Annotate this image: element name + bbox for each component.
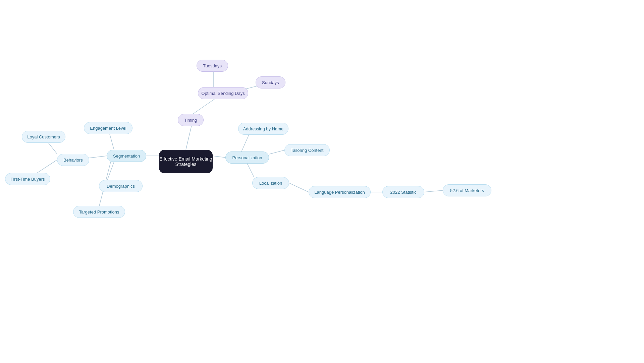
optimal-sending-days-node: Optimal Sending Days	[198, 87, 248, 99]
personalization-node: Personalization	[225, 152, 269, 164]
center-node: Effective Email Marketing Strategies	[159, 150, 213, 173]
svg-line-15	[289, 183, 309, 192]
svg-line-14	[247, 164, 254, 177]
statistic-2022-node: 2022 Statistic	[382, 186, 424, 198]
timing-node: Timing	[178, 114, 204, 126]
sundays-node: Sundays	[256, 76, 285, 88]
loyal-customers-node: Loyal Customers	[22, 131, 65, 143]
svg-line-7	[107, 162, 114, 180]
svg-line-17	[424, 190, 443, 192]
demographics-node: Demographics	[99, 180, 143, 192]
targeted-promotions-node: Targeted Promotions	[73, 206, 125, 218]
marketers-52-node: 52.6 of Marketers	[443, 184, 491, 196]
engagement-level-node: Engagement Level	[84, 122, 132, 134]
tuesdays-node: Tuesdays	[197, 60, 228, 72]
addressing-by-name-node: Addressing by Name	[238, 123, 288, 135]
segmentation-node: Segmentation	[107, 150, 146, 162]
tailoring-content-node: Tailoring Content	[284, 144, 330, 156]
first-time-buyers-node: First-Time Buyers	[5, 173, 50, 185]
svg-line-11	[213, 156, 225, 158]
language-personalization-node: Language Personalization	[309, 186, 371, 198]
behaviors-node: Behaviors	[57, 154, 89, 166]
svg-line-13	[269, 150, 284, 154]
localization-node: Localization	[252, 177, 289, 189]
